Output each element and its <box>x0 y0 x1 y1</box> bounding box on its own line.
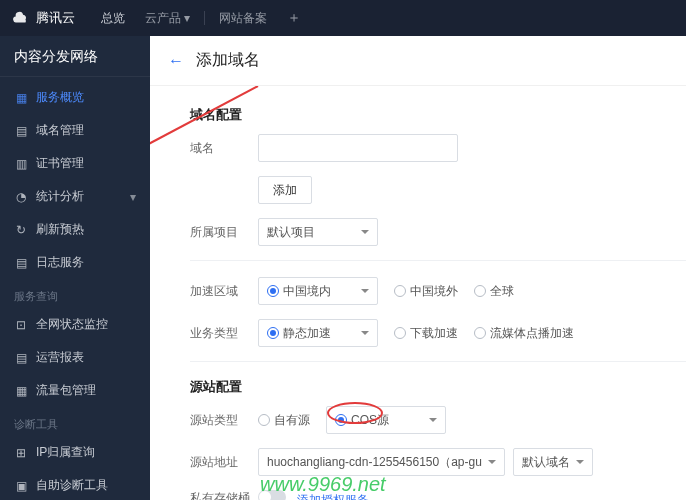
section-title: 域名配置 <box>190 106 686 124</box>
auth-link[interactable]: 添加授权服务 <box>297 493 369 500</box>
diag-icon: ▣ <box>14 479 28 493</box>
label: 业务类型 <box>190 325 258 342</box>
sidebar-item-log[interactable]: ▤日志服务 <box>0 246 150 279</box>
label: 加速区域 <box>190 283 258 300</box>
sidebar-item-package[interactable]: ▦流量包管理 <box>0 374 150 407</box>
doc-icon: ▤ <box>14 124 28 138</box>
radio-biz-download[interactable]: 下载加速 <box>394 325 458 342</box>
sidebar-group: 诊断工具 <box>0 407 150 436</box>
radio-origin-cos[interactable]: COS源 <box>326 406 446 434</box>
topbar: 腾讯云 总览 云产品 ▾ 网站备案 ＋ <box>0 0 686 36</box>
pkg-icon: ▦ <box>14 384 28 398</box>
sidebar-item-overview[interactable]: ▦服务概览 <box>0 81 150 114</box>
monitor-icon: ⊡ <box>14 318 28 332</box>
ip-icon: ⊞ <box>14 446 28 460</box>
label: 域名 <box>190 140 258 157</box>
sidebar-item-report[interactable]: ▤运营报表 <box>0 341 150 374</box>
sidebar-group: 服务查询 <box>0 279 150 308</box>
label: 私有存储桶访问 <box>190 490 258 500</box>
page-title: 添加域名 <box>196 50 260 71</box>
label: 源站地址 <box>190 454 258 471</box>
section-title: 源站配置 <box>190 378 686 396</box>
cloud-icon <box>12 9 30 27</box>
add-button[interactable]: 添加 <box>258 176 312 204</box>
chevron-down-icon: ▾ <box>184 11 190 25</box>
sidebar-item-ip[interactable]: ⊞IP归属查询 <box>0 436 150 469</box>
nav-beian[interactable]: 网站备案 <box>209 10 277 27</box>
add-icon[interactable]: ＋ <box>277 9 311 27</box>
radio-origin-own[interactable]: 自有源 <box>258 412 310 429</box>
main: ← 添加域名 域名配置 域名 添加 所属项目默认项目 加速区域 中国境内 中国境… <box>150 36 686 500</box>
sidebar-item-domain[interactable]: ▤域名管理 <box>0 114 150 147</box>
log-icon: ▤ <box>14 256 28 270</box>
brand[interactable]: 腾讯云 <box>12 9 75 27</box>
grid-icon: ▦ <box>14 91 28 105</box>
project-select[interactable]: 默认项目 <box>258 218 378 246</box>
cert-icon: ▥ <box>14 157 28 171</box>
radio-region-global[interactable]: 全球 <box>474 283 514 300</box>
chevron-down-icon: ▾ <box>130 190 136 204</box>
sidebar-item-monitor[interactable]: ⊡全网状态监控 <box>0 308 150 341</box>
private-toggle[interactable] <box>258 490 286 500</box>
sidebar-title: 内容分发网络 <box>0 36 150 76</box>
sidebar-item-cert[interactable]: ▥证书管理 <box>0 147 150 180</box>
chart-icon: ◔ <box>14 190 28 204</box>
radio-biz-vod[interactable]: 流媒体点播加速 <box>474 325 574 342</box>
label: 所属项目 <box>190 224 258 241</box>
sidebar-item-refresh[interactable]: ↻刷新预热 <box>0 213 150 246</box>
radio-biz-static[interactable]: 静态加速 <box>258 319 378 347</box>
report-icon: ▤ <box>14 351 28 365</box>
nav-overview[interactable]: 总览 <box>91 10 135 27</box>
page-header: ← 添加域名 <box>150 36 686 86</box>
origin-domain-select[interactable]: 默认域名 <box>513 448 593 476</box>
radio-region-cn[interactable]: 中国境内 <box>258 277 378 305</box>
back-icon[interactable]: ← <box>168 52 184 70</box>
nav-products[interactable]: 云产品 ▾ <box>135 10 200 27</box>
divider <box>204 11 205 25</box>
label: 源站类型 <box>190 412 258 429</box>
refresh-icon: ↻ <box>14 223 28 237</box>
sidebar-item-diag[interactable]: ▣自助诊断工具 <box>0 469 150 500</box>
domain-input[interactable] <box>258 134 458 162</box>
radio-region-ov[interactable]: 中国境外 <box>394 283 458 300</box>
sidebar: 内容分发网络 ▦服务概览 ▤域名管理 ▥证书管理 ◔统计分析▾ ↻刷新预热 ▤日… <box>0 36 150 500</box>
sidebar-item-stats[interactable]: ◔统计分析▾ <box>0 180 150 213</box>
origin-bucket-select[interactable]: huochangliang-cdn-1255456150（ap-gu <box>258 448 505 476</box>
